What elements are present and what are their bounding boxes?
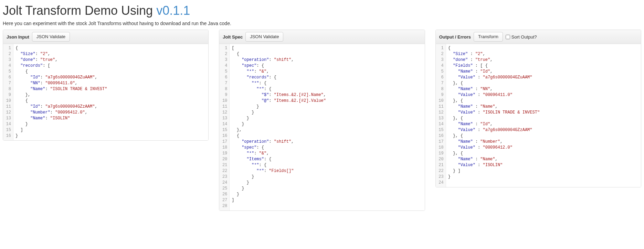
code-line[interactable]: "*": { [232, 162, 422, 168]
code-line[interactable]: { [232, 51, 422, 57]
code-line[interactable]: "Id": "a7g6s0000004GZzAAM", [15, 104, 206, 110]
jolt-spec-title: Jolt Spec [223, 34, 243, 40]
code-line[interactable]: } [15, 121, 206, 127]
page-title: Jolt Transform Demo Using v0.1.1 [3, 3, 641, 18]
code-line[interactable]: [ [232, 45, 422, 51]
code-line[interactable]: "*": { [232, 86, 422, 92]
code-line[interactable]: "Fields" : [ { [448, 63, 639, 69]
jolt-spec-validate-button[interactable]: JSON Validate [245, 32, 283, 42]
code-line[interactable]: "Number": "00096412.0", [15, 110, 206, 116]
sort-output-text: Sort Output? [511, 34, 537, 40]
output-editor[interactable]: 123456789101112131415161718192021222324{… [436, 44, 641, 187]
code-line[interactable]: }, { [448, 98, 639, 104]
code-line[interactable]: "Name" : "Id", [448, 69, 639, 75]
code-line[interactable]: }, [232, 127, 422, 133]
code-line[interactable]: "Value" : "a7g6s0000004GZzAAM" [448, 127, 639, 133]
code-line[interactable]: "records": { [232, 75, 422, 80]
code-line[interactable]: "operation": "shift", [232, 57, 422, 63]
code-line[interactable]: "Name" : "Number", [448, 139, 639, 145]
code-line[interactable]: } [232, 110, 422, 116]
output-header: Output / Errors Transform Sort Output? [436, 30, 641, 44]
json-input-title: Json Input [7, 34, 29, 40]
code-line[interactable]: "spec": { [232, 145, 422, 151]
code-line[interactable]: "Value" : "a7g6s0000004GZuAAM" [448, 75, 639, 80]
code-line[interactable] [448, 180, 639, 186]
code-line[interactable]: "records": [ [15, 63, 206, 69]
code-line[interactable]: "Size": "2", [15, 51, 206, 57]
code-line[interactable]: ] [232, 197, 422, 203]
code-line[interactable]: "@": "Items.&2.[#2].Value" [232, 98, 422, 104]
transform-button[interactable]: Transform [474, 32, 503, 42]
sort-output-checkbox[interactable] [506, 35, 510, 39]
sort-output-label[interactable]: Sort Output? [506, 34, 537, 40]
title-prefix: Jolt Transform Demo Using [3, 3, 156, 18]
code-line[interactable]: { [232, 133, 422, 139]
code-line[interactable]: } [232, 121, 422, 127]
code-line[interactable]: { [15, 45, 206, 51]
jolt-spec-editor[interactable]: 1234567891011121314151617181920212223242… [219, 44, 424, 210]
code-line[interactable]: }, { [448, 133, 639, 139]
jolt-spec-header: Jolt Spec JSON Validate [219, 30, 424, 44]
code-line[interactable]: } [232, 174, 422, 180]
code-line[interactable]: "Value" : "00096412.0" [448, 145, 639, 151]
code-line[interactable]: "*": "&", [232, 69, 422, 75]
code-line[interactable]: } ] [448, 168, 639, 174]
page-subtitle: Here you can experiment with the stock J… [3, 21, 641, 26]
code-line[interactable]: "Name": "ISOLIN" [15, 116, 206, 121]
code-line[interactable]: "Value" : "ISOLIN TRADE & INVEST" [448, 110, 639, 116]
code-line[interactable]: } [448, 174, 639, 180]
code-line[interactable]: "Value" : "ISOLIN" [448, 162, 639, 168]
editor-code[interactable]: [ { "operation": "shift", "spec": { "*":… [230, 44, 424, 210]
code-line[interactable]: "done" : "true", [448, 57, 639, 63]
code-line[interactable]: "Id": "a7g6s0000004GZuAAM", [15, 75, 206, 80]
code-line[interactable]: }, { [448, 151, 639, 156]
code-line[interactable]: } [232, 180, 422, 186]
code-line[interactable]: "operation": "shift", [232, 139, 422, 145]
code-line[interactable]: { [448, 45, 639, 51]
code-line[interactable]: } [232, 186, 422, 192]
code-line[interactable]: "spec": { [232, 63, 422, 69]
code-line[interactable]: }, [15, 92, 206, 98]
json-input-panel: Json Input JSON Validate 123456789101112… [3, 30, 209, 141]
code-line[interactable]: "Name" : "NN", [448, 86, 639, 92]
output-panel: Output / Errors Transform Sort Output? 1… [435, 30, 641, 187]
code-line[interactable]: "Name" : "Name", [448, 104, 639, 110]
code-line[interactable]: "Name" : "Id", [448, 121, 639, 127]
editor-gutter: 123456789101112131415161718192021222324 [436, 44, 446, 187]
code-line[interactable]: ] [15, 127, 206, 133]
code-line[interactable]: "*": { [232, 80, 422, 86]
code-line[interactable]: "done": "true", [15, 57, 206, 63]
editor-code[interactable]: { "Size" : "2", "done" : "true", "Fields… [446, 44, 641, 187]
code-line[interactable]: "NN": "00096411.0", [15, 80, 206, 86]
code-line[interactable]: } [232, 104, 422, 110]
code-line[interactable]: "$": "Items.&2.[#2].Name", [232, 92, 422, 98]
code-line[interactable]: }, { [448, 80, 639, 86]
code-line[interactable]: "Size" : "2", [448, 51, 639, 57]
editor-code[interactable]: { "Size": "2", "done": "true", "records"… [13, 44, 208, 140]
editor-gutter: 1234567891011121314151617181920212223242… [219, 44, 230, 210]
json-input-validate-button[interactable]: JSON Validate [32, 32, 70, 42]
code-line[interactable]: } [15, 133, 206, 139]
editor-gutter: 12345678910111213141516 [3, 44, 13, 140]
json-input-editor[interactable]: 12345678910111213141516{ "Size": "2", "d… [3, 44, 208, 140]
code-line[interactable]: "Value" : "00096411.0" [448, 92, 639, 98]
code-line[interactable]: } [232, 192, 422, 197]
code-line[interactable]: { [15, 69, 206, 75]
version-link[interactable]: v0.1.1 [156, 3, 190, 18]
code-line[interactable]: "Items": { [232, 156, 422, 162]
code-line[interactable]: "*": "Fields[]" [232, 168, 422, 174]
code-line[interactable]: }, { [448, 116, 639, 121]
code-line[interactable]: { [15, 98, 206, 104]
code-line[interactable]: "Name": "ISOLIN TRADE & INVEST" [15, 86, 206, 92]
jolt-spec-panel: Jolt Spec JSON Validate 1234567891011121… [219, 30, 425, 211]
code-line[interactable] [232, 203, 422, 209]
output-title: Output / Errors [439, 34, 471, 40]
code-line[interactable]: "*": "&", [232, 151, 422, 156]
code-line[interactable]: } [232, 116, 422, 121]
json-input-header: Json Input JSON Validate [3, 30, 208, 44]
code-line[interactable]: "Name" : "Name", [448, 156, 639, 162]
